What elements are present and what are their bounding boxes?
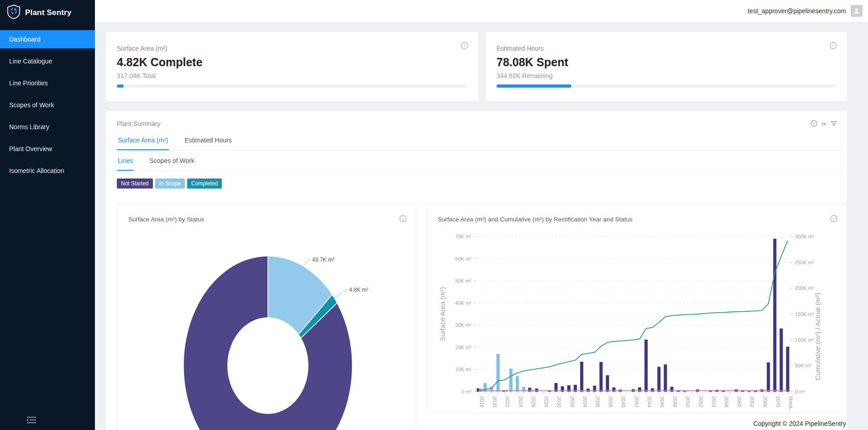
- plant-summary-title: Plant Summary: [106, 111, 847, 127]
- kpi-subtext: 344.62K Remaining: [497, 72, 836, 79]
- app-title: Plant Sentry: [25, 8, 72, 17]
- svg-text:2020: 2020: [492, 396, 497, 407]
- menu-fold-icon[interactable]: [25, 414, 39, 426]
- user-avatar[interactable]: [851, 5, 863, 17]
- svg-text:100K m²: 100K m²: [795, 337, 814, 343]
- svg-text:2060: 2060: [737, 396, 742, 407]
- sidebar: Plant Sentry DashboardLine CatalogueLine…: [0, 0, 95, 430]
- svg-text:20K m²: 20K m²: [455, 345, 472, 350]
- svg-text:10K m²: 10K m²: [455, 367, 472, 372]
- kpi-card-estimated-hours: Estimated Hours 78.08K Spent 344.62K Rem…: [486, 32, 847, 101]
- kpi-value: 4.82K Complete: [117, 56, 467, 69]
- sidebar-item-plant-overview[interactable]: Plant Overview: [0, 140, 95, 158]
- svg-text:50K m²: 50K m²: [455, 278, 472, 283]
- svg-text:2048: 2048: [672, 396, 678, 407]
- svg-text:2030: 2030: [556, 396, 562, 407]
- svg-text:40K m²: 40K m²: [455, 300, 472, 306]
- svg-text:2042: 2042: [634, 396, 639, 407]
- svg-text:300K m²: 300K m²: [795, 234, 814, 239]
- scissors-icon[interactable]: ✂: [821, 120, 827, 128]
- svg-text:2040: 2040: [621, 396, 626, 407]
- kpi-card-surface-area: Surface Area (m²) 4.82K Complete 317.04K…: [106, 32, 478, 101]
- svg-text:60K m²: 60K m²: [455, 256, 472, 262]
- status-legend: Not StartedIn ScopeCompleted: [106, 171, 847, 189]
- svg-text:4.8K m²: 4.8K m²: [349, 287, 368, 293]
- shield-logo-icon: [7, 5, 21, 21]
- app-root: Plant Sentry DashboardLine CatalogueLine…: [0, 0, 868, 430]
- donut-chart-card: Surface Area (m²) by Status 43.7K m²4.8K…: [117, 204, 416, 430]
- tab-surface-area-m[interactable]: Surface Area (m²): [117, 134, 169, 150]
- svg-text:250K m²: 250K m²: [795, 260, 814, 265]
- sidebar-nav: DashboardLine CatalogueLine PrioritiesSc…: [0, 30, 95, 180]
- svg-text:2024: 2024: [518, 396, 523, 407]
- svg-text:2034: 2034: [582, 396, 588, 407]
- sidebar-item-line-catalogue[interactable]: Line Catalogue: [0, 52, 95, 70]
- svg-text:30K m²: 30K m²: [455, 322, 472, 328]
- kpi-progress-fill: [117, 84, 124, 88]
- svg-text:150K m²: 150K m²: [795, 311, 814, 317]
- svg-text:0 m²: 0 m²: [461, 389, 471, 394]
- svg-text:2066: 2066: [763, 396, 768, 407]
- svg-text:43.7K m²: 43.7K m²: [312, 257, 335, 263]
- top-header-bar: test_approver@pipelinesentry.com: [95, 0, 868, 22]
- svg-text:2036: 2036: [595, 396, 601, 407]
- sidebar-item-norms-library[interactable]: Norms Library: [0, 118, 95, 136]
- svg-text:2022: 2022: [505, 396, 510, 407]
- svg-text:2026: 2026: [531, 396, 536, 407]
- svg-text:2050: 2050: [685, 396, 690, 407]
- info-icon[interactable]: [810, 120, 817, 128]
- svg-text:Cumulative (m²) / Actual (m²): Cumulative (m²) / Actual (m²): [814, 293, 821, 380]
- svg-text:2044: 2044: [647, 396, 652, 407]
- app-logo: Plant Sentry: [0, 0, 95, 26]
- svg-text:2028: 2028: [544, 396, 549, 407]
- sidebar-item-isometric-allocation[interactable]: Isometric Allocation: [0, 162, 95, 180]
- filter-funnel-icon[interactable]: [831, 121, 837, 128]
- svg-text:Surface Area (m²): Surface Area (m²): [439, 287, 446, 341]
- kpi-progress-fill: [497, 84, 571, 88]
- legend-badge-not-started[interactable]: Not Started: [117, 178, 153, 189]
- svg-text:70K m²: 70K m²: [455, 234, 472, 239]
- subtab-lines[interactable]: Lines: [117, 154, 134, 171]
- donut-chart: 43.7K m²4.8K m²: [117, 204, 416, 430]
- kpi-progress-track: [497, 84, 836, 88]
- svg-text:50K m²: 50K m²: [795, 363, 811, 368]
- info-icon[interactable]: [461, 42, 468, 49]
- tab-estimated-hours[interactable]: Estimated Hours: [183, 134, 232, 150]
- combo-chart-card: Surface Area (m²) and Cumulative (m²) by…: [426, 204, 847, 413]
- svg-text:2070: 2070: [775, 396, 781, 407]
- kpi-label: Surface Area (m²): [117, 45, 467, 52]
- kpi-label: Estimated Hours: [497, 45, 836, 52]
- svg-text:Monit...: Monit...: [788, 396, 794, 413]
- svg-text:2018: 2018: [479, 396, 485, 407]
- kpi-progress-track: [117, 84, 467, 88]
- svg-text:2062: 2062: [749, 396, 755, 407]
- kpi-subtext: 317.04K Total: [117, 72, 467, 79]
- svg-text:2052: 2052: [698, 396, 704, 407]
- copyright-text: Copyright © 2024 PipelineSentry: [753, 420, 846, 427]
- svg-text:200K m²: 200K m²: [795, 285, 814, 291]
- svg-text:2046: 2046: [659, 396, 665, 407]
- svg-text:2054: 2054: [711, 396, 716, 407]
- svg-text:2038: 2038: [608, 396, 613, 407]
- svg-text:2032: 2032: [570, 396, 575, 407]
- info-icon[interactable]: [830, 42, 837, 49]
- combo-chart: 0 m²10K m²20K m²30K m²40K m²50K m²60K m²…: [427, 204, 847, 413]
- plant-summary-card: Plant Summary ✂ Surface Area (m²)Estimat…: [106, 111, 847, 430]
- sidebar-item-scopes-of-work[interactable]: Scopes of Work: [0, 96, 95, 114]
- sidebar-item-dashboard[interactable]: Dashboard: [0, 30, 95, 48]
- subtab-scopes-of-work[interactable]: Scopes of Work: [148, 154, 195, 171]
- legend-badge-completed[interactable]: Completed: [187, 178, 222, 189]
- svg-text:0 m²: 0 m²: [795, 389, 805, 394]
- sidebar-item-line-priorities[interactable]: Line Priorities: [0, 74, 95, 92]
- main-tabs: Surface Area (m²)Estimated Hours: [106, 134, 847, 151]
- user-email: test_approver@pipelinesentry.com: [748, 7, 846, 15]
- svg-text:2058: 2058: [724, 396, 729, 407]
- kpi-value: 78.08K Spent: [497, 56, 836, 69]
- legend-badge-in-scope[interactable]: In Scope: [155, 178, 185, 189]
- sub-tabs: LinesScopes of Work: [106, 154, 847, 171]
